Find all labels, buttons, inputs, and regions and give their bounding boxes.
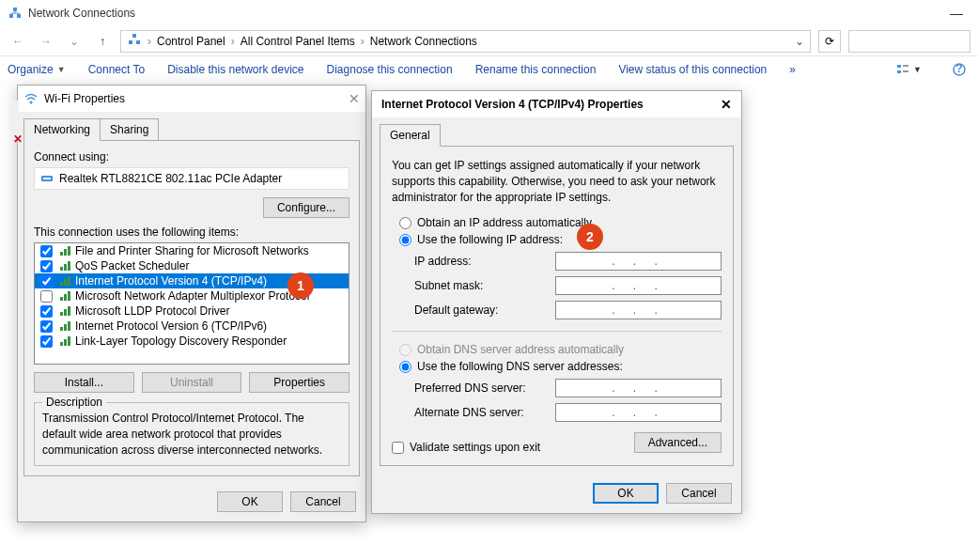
svg-rect-19 (60, 282, 63, 286)
alternate-dns-label: Alternate DNS server: (414, 406, 555, 419)
svg-rect-16 (60, 267, 63, 271)
adapter-field[interactable]: Realtek RTL8821CE 802.11ac PCIe Adapter (34, 167, 349, 190)
item-checkbox[interactable] (40, 275, 53, 288)
annotation-badge-1: 1 (287, 272, 314, 299)
item-checkbox[interactable] (40, 335, 53, 348)
item-label: Microsoft Network Adapter Multiplexor Pr… (75, 289, 309, 303)
svg-point-10 (30, 101, 33, 104)
obtain-dns-auto-radio: Obtain DNS server address automatically (399, 343, 722, 356)
organize-menu[interactable]: Organize ▼ (8, 63, 66, 76)
breadcrumb[interactable]: All Control Panel Items (241, 35, 355, 48)
svg-rect-24 (68, 291, 70, 301)
disable-device-action[interactable]: Disable this network device (167, 63, 303, 76)
svg-rect-27 (68, 306, 70, 316)
ok-button[interactable]: OK (217, 491, 283, 512)
help-button[interactable]: ? (948, 62, 970, 77)
item-checkbox[interactable] (40, 290, 53, 303)
svg-rect-18 (68, 261, 70, 271)
svg-rect-13 (60, 252, 63, 256)
preferred-dns-label: Preferred DNS server: (414, 381, 555, 395)
svg-rect-33 (68, 336, 70, 346)
tab-strip: Networking Sharing (23, 117, 360, 140)
use-dns-radio[interactable]: Use the following DNS server addresses: (399, 360, 722, 373)
chevron-right-icon[interactable]: › (231, 35, 235, 48)
recent-dropdown[interactable]: ⌄ (64, 31, 85, 52)
svg-rect-31 (60, 342, 63, 346)
list-item[interactable]: QoS Packet Scheduler (35, 258, 349, 273)
item-checkbox[interactable] (40, 260, 53, 272)
wifi-icon (23, 91, 39, 106)
connect-to-action[interactable]: Connect To (88, 63, 146, 76)
protocol-icon (58, 244, 71, 257)
tab-sharing[interactable]: Sharing (100, 118, 159, 141)
preferred-dns-input[interactable]: . . . (555, 379, 722, 397)
protocol-icon (58, 259, 71, 272)
back-button[interactable]: ← (8, 31, 28, 52)
chevron-right-icon[interactable]: › (361, 35, 365, 48)
subnet-mask-input[interactable]: . . . (555, 276, 722, 295)
item-checkbox[interactable] (40, 320, 53, 333)
use-ip-radio[interactable]: Use the following IP address: (399, 233, 722, 246)
uninstall-button: Uninstall (142, 372, 242, 393)
svg-rect-28 (60, 327, 63, 331)
item-label: Microsoft LLDP Protocol Driver (75, 304, 230, 318)
default-gateway-input[interactable]: . . . (555, 301, 722, 319)
item-checkbox[interactable] (40, 305, 53, 318)
list-item[interactable]: File and Printer Sharing for Microsoft N… (35, 243, 349, 258)
svg-rect-26 (64, 309, 67, 316)
ip-address-input[interactable]: . . . (555, 252, 722, 271)
up-button[interactable]: ↑ (92, 31, 113, 52)
forward-button[interactable]: → (36, 31, 56, 52)
ok-button[interactable]: OK (593, 483, 659, 504)
items-label: This connection uses the following items… (34, 226, 349, 239)
cancel-button[interactable]: Cancel (290, 491, 356, 512)
tab-networking[interactable]: Networking (23, 118, 101, 141)
rename-connection-action[interactable]: Rename this connection (475, 63, 597, 76)
close-button[interactable]: ✕ (349, 91, 360, 106)
svg-rect-5 (132, 34, 136, 38)
list-item[interactable]: Microsoft LLDP Protocol Driver (35, 303, 349, 319)
svg-text:?: ? (955, 62, 962, 75)
intro-text: You can get IP settings assigned automat… (392, 158, 722, 205)
alternate-dns-input[interactable]: . . . (555, 403, 722, 422)
breadcrumb[interactable]: Control Panel (157, 35, 225, 48)
svg-rect-25 (60, 312, 63, 316)
item-checkbox[interactable] (40, 245, 53, 257)
diagnose-connection-action[interactable]: Diagnose this connection (327, 63, 453, 76)
obtain-ip-auto-radio[interactable]: Obtain an IP address automatically (399, 216, 722, 229)
svg-rect-1 (17, 14, 21, 18)
list-item[interactable]: Internet Protocol Version 6 (TCP/IPv6) (35, 319, 349, 334)
advanced-button[interactable]: Advanced... (634, 432, 722, 453)
more-actions[interactable]: » (789, 63, 796, 76)
nav-bar: ← → ⌄ ↑ › Control Panel › All Control Pa… (0, 26, 978, 56)
svg-rect-3 (129, 40, 132, 44)
svg-rect-2 (13, 8, 17, 11)
cancel-button[interactable]: Cancel (666, 483, 732, 504)
svg-rect-15 (68, 246, 70, 256)
address-bar[interactable]: › Control Panel › All Control Panel Item… (120, 30, 811, 53)
svg-rect-30 (68, 321, 70, 331)
tab-general[interactable]: General (380, 124, 441, 147)
configure-button[interactable]: Configure... (263, 197, 349, 218)
list-item[interactable]: Link-Layer Topology Discovery Responder (35, 334, 349, 349)
description-text: Transmission Control Protocol/Internet P… (42, 411, 341, 458)
close-button[interactable]: ✕ (721, 97, 732, 112)
chevron-down-icon[interactable]: ⌄ (795, 35, 804, 48)
search-input[interactable] (848, 30, 970, 53)
properties-button[interactable]: Properties (249, 372, 349, 393)
view-options-button[interactable]: ▼ (892, 62, 925, 77)
svg-rect-20 (64, 279, 67, 286)
network-icon (8, 6, 23, 21)
install-button[interactable]: Install... (34, 372, 134, 393)
refresh-button[interactable]: ⟳ (818, 30, 841, 53)
connection-items-list[interactable]: File and Printer Sharing for Microsoft N… (34, 242, 349, 365)
minimize-button[interactable]: — (942, 6, 970, 21)
main-titlebar: Network Connections — (0, 0, 978, 26)
item-label: Link-Layer Topology Discovery Responder (75, 334, 287, 348)
close-icon: ✕ (13, 132, 23, 146)
subnet-mask-label: Subnet mask: (414, 279, 555, 292)
breadcrumb[interactable]: Network Connections (370, 35, 477, 48)
chevron-right-icon[interactable]: › (147, 35, 151, 48)
view-status-action[interactable]: View status of this connection (618, 63, 767, 76)
validate-settings-checkbox[interactable]: Validate settings upon exit (392, 441, 540, 454)
